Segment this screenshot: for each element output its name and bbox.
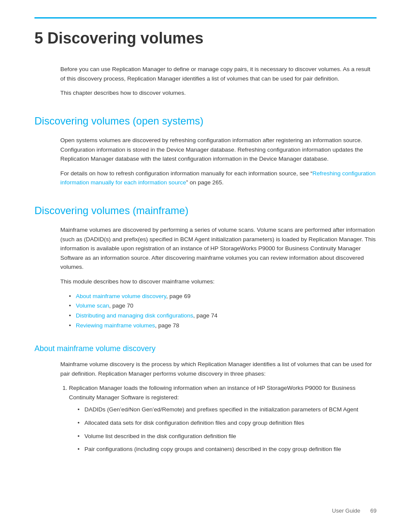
- top-rule: [34, 17, 377, 19]
- bullet-suffix-2: , page 70: [109, 302, 133, 309]
- bullet-suffix-1: , page 69: [166, 293, 190, 299]
- chapter-number: 5: [34, 29, 43, 47]
- list-item: Distributing and managing disk configura…: [69, 311, 377, 321]
- list-item: Volume list described in the disk config…: [78, 432, 377, 442]
- chapter-title: 5 Discovering volumes: [34, 29, 377, 47]
- list-item: Replication Manager loads the following …: [69, 383, 377, 454]
- bullet-suffix-4: , page 78: [155, 322, 179, 329]
- section2-paragraph2: This module describes how to discover ma…: [60, 277, 377, 286]
- chapter-title-label: Discovering volumes: [47, 29, 203, 47]
- bullet-link-3[interactable]: Distributing and managing disk configura…: [76, 312, 193, 319]
- page-container: 5 Discovering volumes Before you can use…: [0, 0, 411, 532]
- bullet-suffix-3: , page 74: [193, 312, 217, 319]
- list-item: About mainframe volume discovery, page 6…: [69, 292, 377, 302]
- section1-heading: Discovering volumes (open systems): [34, 113, 377, 129]
- subsection1-heading: About mainframe volume discovery: [34, 343, 377, 355]
- section1-para2-suffix: ” on page 265.: [186, 179, 224, 186]
- page-footer: User Guide 69: [332, 507, 377, 515]
- list-item: Pair configurations (including copy grou…: [78, 445, 377, 454]
- bullet-link-2[interactable]: Volume scan: [76, 302, 109, 309]
- section1-paragraph2: For details on how to refresh configurat…: [60, 169, 377, 187]
- section2-paragraph1: Mainframe volumes are discovered by perf…: [60, 225, 377, 272]
- numbered-list: Replication Manager loads the following …: [69, 383, 377, 454]
- section1-paragraph1: Open systems volumes are discovered by r…: [60, 136, 377, 164]
- numbered-item-1-text: Replication Manager loads the following …: [69, 385, 355, 401]
- bullet-link-1[interactable]: About mainframe volume discovery: [76, 293, 166, 299]
- list-item: DADIDs (Gen’ed/Non Gen’ed/Remote) and pr…: [78, 405, 377, 415]
- subsection1-paragraph1: Mainframe volume discovery is the proces…: [60, 360, 377, 378]
- list-item: Allocated data sets for disk configurati…: [78, 418, 377, 428]
- list-item: Reviewing mainframe volumes, page 78: [69, 321, 377, 331]
- intro-paragraph1: Before you can use Replication Manager t…: [60, 65, 377, 83]
- list-item: Volume scan, page 70: [69, 301, 377, 311]
- section2-bullet-list: About mainframe volume discovery, page 6…: [69, 292, 377, 331]
- sub-bullet-list: DADIDs (Gen’ed/Non Gen’ed/Remote) and pr…: [78, 405, 377, 455]
- section1-para2-prefix: For details on how to refresh configurat…: [60, 170, 312, 177]
- footer-label: User Guide: [332, 507, 361, 514]
- bullet-link-4[interactable]: Reviewing mainframe volumes: [76, 322, 155, 329]
- footer-page-number: 69: [371, 507, 377, 514]
- intro-paragraph2: This chapter describes how to discover v…: [60, 88, 377, 98]
- section2-heading: Discovering volumes (mainframe): [34, 203, 377, 218]
